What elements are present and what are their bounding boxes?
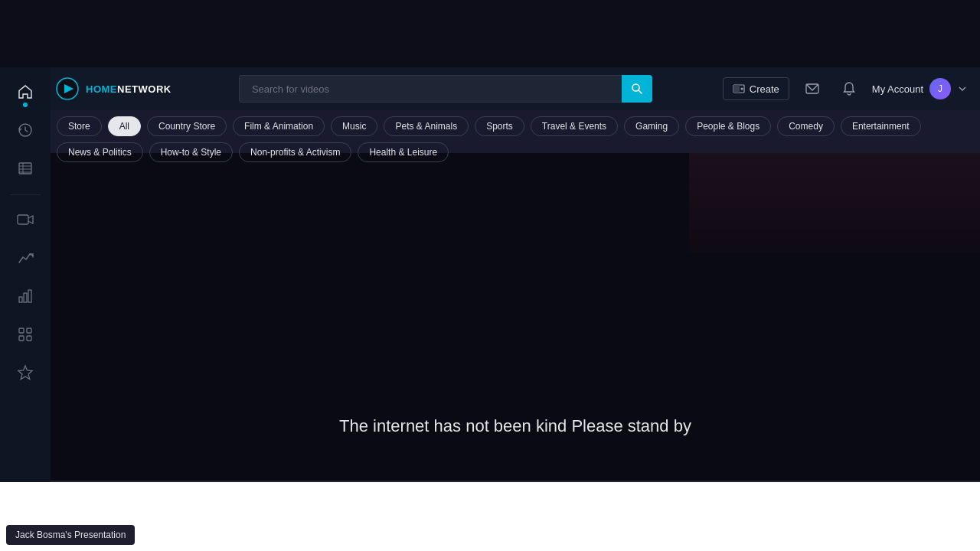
sidebar-item-home[interactable] bbox=[7, 73, 44, 110]
sidebar-item-camera[interactable] bbox=[7, 201, 44, 238]
header-actions: Create My Account J bbox=[723, 75, 968, 103]
sidebar-item-favorites[interactable] bbox=[7, 354, 44, 391]
svg-rect-19 bbox=[27, 328, 31, 333]
svg-rect-18 bbox=[19, 328, 24, 333]
category-chip-comedy[interactable]: Comedy bbox=[777, 116, 835, 136]
category-chip-film-animation[interactable]: Film & Animation bbox=[233, 116, 325, 136]
notifications-button[interactable] bbox=[835, 75, 863, 103]
search-container bbox=[239, 75, 652, 103]
sidebar-item-grid[interactable] bbox=[7, 316, 44, 353]
categories-row-2: News & PoliticsHow-to & StyleNon-profits… bbox=[57, 142, 968, 162]
taskbar-label: Jack Bosma's Presentation bbox=[6, 525, 135, 545]
logo-icon bbox=[55, 77, 80, 101]
account-label: My Account bbox=[872, 83, 923, 95]
logo-text: HOMENETWORK bbox=[86, 83, 172, 95]
search-button[interactable] bbox=[622, 75, 652, 103]
sidebar-divider bbox=[10, 194, 41, 195]
category-chip-travel-events[interactable]: Travel & Events bbox=[531, 116, 618, 136]
category-chip-nonprofits-activism[interactable]: Non-profits & Activism bbox=[239, 142, 351, 162]
avatar: J bbox=[929, 78, 951, 99]
main-content: The internet has not been kind Please st… bbox=[51, 153, 980, 482]
bottom-bar: Jack Bosma's Presentation bbox=[0, 482, 980, 551]
account-area[interactable]: My Account J bbox=[872, 78, 968, 99]
category-chip-gaming[interactable]: Gaming bbox=[624, 116, 679, 136]
category-chip-country-store[interactable]: Country Store bbox=[147, 116, 227, 136]
category-chip-people-blogs[interactable]: People & Blogs bbox=[685, 116, 771, 136]
svg-rect-21 bbox=[27, 336, 31, 341]
category-chip-entertainment[interactable]: Entertainment bbox=[841, 116, 921, 136]
category-chip-store[interactable]: Store bbox=[57, 116, 102, 136]
sidebar-item-trending[interactable] bbox=[7, 240, 44, 276]
header: HOMENETWORK Create bbox=[0, 67, 980, 110]
svg-rect-16 bbox=[24, 293, 27, 302]
category-chip-music[interactable]: Music bbox=[331, 116, 377, 136]
svg-point-6 bbox=[740, 88, 743, 90]
sidebar-item-stats[interactable] bbox=[7, 150, 44, 187]
svg-rect-20 bbox=[19, 336, 24, 341]
categories-row-1: StoreAllCountry StoreFilm & AnimationMus… bbox=[57, 116, 968, 136]
messages-button[interactable] bbox=[799, 75, 826, 103]
search-input[interactable] bbox=[239, 75, 622, 103]
category-chip-health-leisure[interactable]: Health & Leisure bbox=[358, 142, 449, 162]
categories-bar: StoreAllCountry StoreFilm & AnimationMus… bbox=[51, 110, 980, 168]
top-bar bbox=[0, 0, 980, 67]
svg-rect-17 bbox=[28, 290, 31, 302]
sidebar-item-history[interactable] bbox=[7, 112, 44, 148]
svg-rect-14 bbox=[18, 215, 28, 224]
create-label: Create bbox=[750, 83, 779, 95]
svg-rect-15 bbox=[19, 297, 22, 302]
svg-line-3 bbox=[639, 90, 642, 93]
sidebar bbox=[0, 67, 51, 482]
category-chip-how-to-style[interactable]: How-to & Style bbox=[149, 142, 233, 162]
create-button[interactable]: Create bbox=[723, 77, 789, 100]
chevron-down-icon bbox=[957, 83, 968, 94]
error-message: The internet has not been kind Please st… bbox=[51, 416, 980, 436]
category-chip-sports[interactable]: Sports bbox=[475, 116, 524, 136]
category-chip-news-politics[interactable]: News & Politics bbox=[57, 142, 143, 162]
category-chip-all[interactable]: All bbox=[108, 116, 141, 136]
svg-marker-22 bbox=[18, 366, 32, 380]
sidebar-item-analytics[interactable] bbox=[7, 278, 44, 315]
svg-rect-5 bbox=[733, 85, 740, 93]
category-chip-pets-animals[interactable]: Pets & Animals bbox=[384, 116, 469, 136]
search-area bbox=[168, 75, 723, 103]
